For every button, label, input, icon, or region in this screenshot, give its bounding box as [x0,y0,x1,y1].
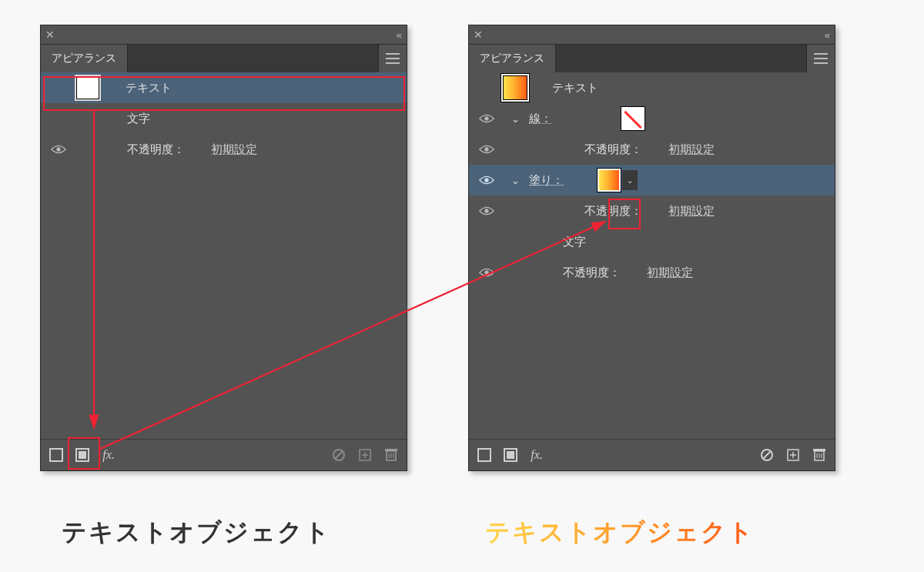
add-new-fill-button[interactable] [72,444,93,466]
clear-button[interactable] [328,444,350,466]
opacity-label: 不透明度： [563,266,621,280]
tab-strip: アピアランス [41,44,407,72]
panel-body: テキスト 文字 不透明度： 初期設定 [41,72,407,440]
svg-point-0 [56,147,60,151]
fx-button[interactable]: fx. [526,444,547,466]
svg-rect-21 [507,451,514,459]
panel-footer: fx. [469,439,835,470]
svg-point-15 [484,147,488,151]
opacity-value[interactable]: 初期設定 [211,142,257,157]
close-icon[interactable]: ✕ [474,28,483,41]
tab-appearance[interactable]: アピアランス [41,45,128,72]
collapse-icon[interactable]: « [397,29,402,41]
svg-point-17 [484,209,488,212]
opacity-label: 不透明度： [584,204,642,219]
add-new-fill-button[interactable] [500,444,521,466]
row-opacity[interactable]: 不透明度： 初期設定 [469,257,835,288]
row-stroke-opacity[interactable]: 不透明度： 初期設定 [469,134,835,165]
duplicate-button[interactable] [354,444,376,466]
opacity-value[interactable]: 初期設定 [668,142,715,157]
expand-toggle[interactable]: ⌄ [504,175,526,186]
svg-point-16 [484,178,488,182]
row-label: 文字 [563,235,586,249]
row-fill[interactable]: ⌄ 塗り： ⌄ [469,165,835,196]
appearance-panel-left: ✕ « アピアランス テキスト 文字 不透明度： 初期設定 [40,25,407,471]
row-stroke[interactable]: ⌄ 線： [469,103,835,134]
fill-swatch[interactable] [598,169,621,192]
tab-appearance[interactable]: アピアランス [469,45,556,72]
panel-body: テキスト ⌄ 線： 不透明度： 初期設定 ⌄ 塗り： [469,72,835,440]
opacity-label: 不透明度： [584,142,642,157]
svg-point-14 [484,116,488,120]
row-label: テキスト [126,81,172,95]
expand-toggle[interactable]: ⌄ [504,113,526,125]
caption-right: テキストオブジェクト [485,516,755,550]
opacity-label: 不透明度： [127,142,185,157]
opacity-value[interactable]: 初期設定 [668,204,715,219]
close-icon[interactable]: ✕ [45,28,55,41]
row-fill-opacity[interactable]: 不透明度： 初期設定 [469,196,835,226]
svg-line-5 [335,451,343,459]
row-characters[interactable]: 文字 [41,103,407,134]
no-fill-stroke-button[interactable] [45,444,67,466]
svg-rect-31 [813,449,825,451]
fill-label: 塗り： [529,173,564,188]
delete-button[interactable] [380,444,402,466]
svg-line-23 [763,451,771,459]
opacity-value[interactable]: 初期設定 [647,266,693,280]
fx-button[interactable]: fx. [98,444,119,466]
row-text[interactable]: テキスト [469,72,835,103]
collapse-icon[interactable]: « [825,29,830,41]
text-swatch[interactable] [503,75,527,100]
fill-swatch-dropdown[interactable]: ⌄ [622,170,638,190]
visibility-toggle[interactable] [469,144,504,155]
svg-rect-1 [50,449,62,461]
visibility-toggle[interactable] [469,175,504,186]
svg-rect-19 [478,449,490,461]
no-fill-stroke-button[interactable] [474,444,495,466]
panel-titlebar: ✕ « [469,25,835,44]
panel-menu-icon[interactable] [806,45,835,72]
appearance-panel-right: ✕ « アピアランス テキスト ⌄ 線： 不透明度 [468,25,835,471]
row-characters[interactable]: 文字 [469,226,835,257]
panel-menu-icon[interactable] [378,45,407,72]
stroke-swatch-none[interactable] [621,107,644,130]
visibility-toggle[interactable] [469,206,504,216]
row-label: テキスト [552,81,598,95]
tab-strip: アピアランス [469,44,835,72]
panel-footer: fx. [41,439,407,470]
visibility-toggle[interactable] [41,144,76,155]
duplicate-button[interactable] [782,444,804,466]
svg-point-18 [484,270,488,274]
visibility-toggle[interactable] [469,113,504,124]
svg-rect-13 [385,449,397,451]
stroke-label: 線： [529,112,552,126]
text-swatch[interactable] [75,75,101,101]
row-opacity[interactable]: 不透明度： 初期設定 [41,134,407,165]
row-label: 文字 [127,112,150,126]
visibility-toggle[interactable] [469,267,504,278]
panel-titlebar: ✕ « [41,25,407,44]
row-text[interactable]: テキスト [41,72,407,103]
caption-left: テキストオブジェクト [62,516,331,550]
clear-button[interactable] [756,444,778,466]
delete-button[interactable] [808,444,830,466]
svg-rect-3 [79,451,86,459]
